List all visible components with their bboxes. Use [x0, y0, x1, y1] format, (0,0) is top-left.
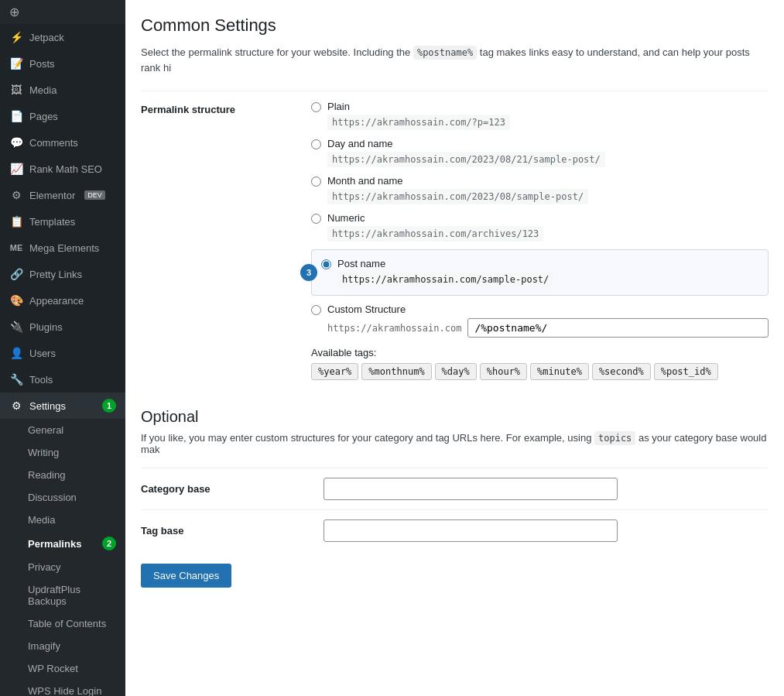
sidebar-item-comments[interactable]: 💬 Comments [0, 129, 125, 156]
subitem-reading[interactable]: Reading [0, 464, 125, 486]
sidebar-item-label: Elementor [29, 190, 75, 201]
radio-post-name-label[interactable]: Post name [337, 258, 385, 269]
radio-post-name-wrapper: Post name https://akramhossain.com/sampl… [311, 249, 769, 296]
radio-numeric-input[interactable] [311, 214, 321, 224]
category-base-label: Category base [141, 483, 311, 495]
settings-badge: 1 [102, 399, 116, 413]
save-button[interactable]: Save Changes [141, 564, 231, 588]
radio-numeric-label[interactable]: Numeric [327, 212, 365, 224]
optional-desc-text: If you like, you may enter custom struct… [141, 432, 591, 444]
sidebar: ⊕ ⚡ Jetpack 📝 Posts 🖼 Media 📄 Pages 💬 Co… [0, 0, 125, 696]
templates-icon: 📋 [9, 214, 23, 228]
custom-prefix: https://akramhossain.com [327, 323, 461, 334]
tag-day[interactable]: %day% [435, 363, 477, 380]
appearance-icon: 🎨 [9, 293, 23, 307]
plugins-icon: 🔌 [9, 320, 23, 334]
elementor-icon: ⚙ [9, 188, 23, 202]
sidebar-item-rank-math[interactable]: 📈 Rank Math SEO [0, 156, 125, 182]
pretty-links-icon: 🔗 [9, 267, 23, 281]
permalink-label: Permalink structure [141, 101, 311, 115]
tag-monthnum[interactable]: %monthnum% [361, 363, 431, 380]
sidebar-item-pretty-links[interactable]: 🔗 Pretty Links [0, 261, 125, 287]
sidebar-item-label: Pages [29, 111, 58, 122]
radio-plain-label[interactable]: Plain [327, 101, 350, 112]
sidebar-item-label: Media [29, 84, 56, 96]
radio-plain[interactable]: Plain https://akramhossain.com/?p=123 [311, 101, 769, 130]
sidebar-item-jetpack[interactable]: ⚡ Jetpack [0, 24, 125, 50]
radio-custom-label[interactable]: Custom Structure [327, 303, 406, 315]
settings-icon: ⚙ [9, 399, 23, 413]
subitem-permalinks[interactable]: Permalinks 2 [0, 531, 125, 556]
subitem-media[interactable]: Media [0, 509, 125, 531]
radio-custom-input[interactable] [311, 305, 321, 315]
tag-base-label: Tag base [141, 525, 311, 537]
sidebar-item-posts[interactable]: 📝 Posts [0, 50, 125, 77]
permalinks-label: Permalinks [28, 538, 81, 550]
tag-base-input[interactable] [324, 519, 618, 542]
tags-label: Available tags: [311, 347, 769, 358]
media-icon: 🖼 [9, 83, 23, 97]
subitem-discussion[interactable]: Discussion [0, 486, 125, 509]
sidebar-item-media[interactable]: 🖼 Media [0, 77, 125, 103]
category-base-row: Category base [141, 468, 769, 509]
settings-subitems: General Writing Reading Discussion Media… [0, 419, 125, 696]
radio-custom[interactable]: Custom Structure https://akramhossain.co… [311, 303, 769, 338]
optional-code: topics [594, 431, 635, 445]
radio-plain-example: https://akramhossain.com/?p=123 [327, 115, 510, 130]
radio-day-name-input[interactable] [311, 139, 321, 149]
sidebar-item-label: Rank Math SEO [29, 163, 102, 175]
sidebar-item-label: Tools [29, 374, 53, 386]
subitem-general[interactable]: General [0, 419, 125, 441]
radio-numeric-example: https://akramhossain.com/archives/123 [327, 226, 543, 242]
custom-structure-input[interactable] [467, 318, 769, 338]
subitem-wp-rocket[interactable]: WP Rocket [0, 657, 125, 680]
sidebar-item-plugins[interactable]: 🔌 Plugins [0, 314, 125, 340]
radio-numeric[interactable]: Numeric https://akramhossain.com/archive… [311, 212, 769, 242]
sidebar-item-label: Appearance [29, 295, 84, 307]
radio-plain-input[interactable] [311, 102, 321, 112]
sidebar-item-label: Comments [29, 137, 78, 149]
radio-month-name-label[interactable]: Month and name [327, 175, 403, 187]
subitem-writing[interactable]: Writing [0, 441, 125, 464]
sidebar-item-mega-elements[interactable]: ME Mega Elements [0, 235, 125, 261]
subitem-imagify[interactable]: Imagify [0, 635, 125, 657]
radio-day-name-label[interactable]: Day and name [327, 138, 393, 149]
page-title: Common Settings [141, 15, 769, 36]
sidebar-item-appearance[interactable]: 🎨 Appearance [0, 287, 125, 314]
sidebar-item-users[interactable]: 👤 Users [0, 340, 125, 366]
users-icon: 👤 [9, 346, 23, 360]
comments-icon: 💬 [9, 135, 23, 149]
sidebar-item-templates[interactable]: 📋 Templates [0, 208, 125, 235]
sidebar-item-tools[interactable]: 🔧 Tools [0, 366, 125, 393]
sidebar-item-elementor[interactable]: ⚙ Elementor DEV [0, 182, 125, 208]
radio-month-name-example: https://akramhossain.com/2023/08/sample-… [327, 189, 588, 204]
subitem-updraftplus[interactable]: UpdraftPlus Backups [0, 578, 125, 612]
jetpack-icon: ⚡ [9, 30, 23, 44]
tag-hour[interactable]: %hour% [480, 363, 527, 380]
radio-post-name[interactable]: Post name https://akramhossain.com/sampl… [311, 249, 769, 296]
pages-icon: 📄 [9, 109, 23, 123]
radio-month-name[interactable]: Month and name https://akramhossain.com/… [311, 175, 769, 204]
radio-day-name[interactable]: Day and name https://akramhossain.com/20… [311, 138, 769, 167]
tag-base-row: Tag base [141, 509, 769, 551]
tag-post-id[interactable]: %post_id% [654, 363, 718, 380]
tag-minute[interactable]: %minute% [530, 363, 589, 380]
tag-second[interactable]: %second% [592, 363, 651, 380]
subitem-wps-hide-login[interactable]: WPS Hide Login [0, 680, 125, 696]
optional-desc: If you like, you may enter custom struct… [141, 432, 769, 455]
sidebar-item-label: Jetpack [29, 32, 64, 43]
tag-year[interactable]: %year% [311, 363, 358, 380]
sidebar-item-label: Mega Elements [29, 242, 99, 254]
description-text: Select the permalink structure for your … [141, 46, 410, 58]
radio-month-name-input[interactable] [311, 177, 321, 187]
category-base-input[interactable] [324, 478, 618, 500]
subitem-privacy[interactable]: Privacy [0, 556, 125, 578]
sidebar-item-pages[interactable]: 📄 Pages [0, 103, 125, 129]
subitem-table-of-contents[interactable]: Table of Contents [0, 612, 125, 635]
radio-post-name-input[interactable] [321, 259, 331, 269]
radio-post-name-example: https://akramhossain.com/sample-post/ [337, 272, 553, 287]
tags-list: %year% %monthnum% %day% %hour% %minute% … [311, 363, 769, 380]
sidebar-item-settings[interactable]: ⚙ Settings 1 [0, 393, 125, 419]
main-content: Common Settings Select the permalink str… [125, 0, 784, 696]
sidebar-item-label: Templates [29, 216, 75, 228]
